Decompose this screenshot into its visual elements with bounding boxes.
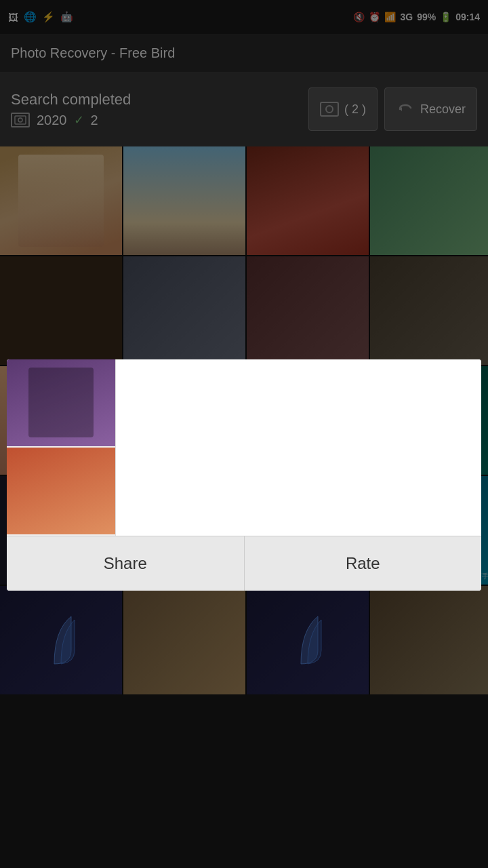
modal-thumb-1 — [7, 359, 115, 446]
modal-thumbnails — [7, 359, 115, 536]
modal-overlay[interactable]: Share Rate — [0, 0, 488, 868]
rate-button[interactable]: Rate — [245, 536, 482, 591]
modal-content — [7, 359, 481, 536]
modal-main-area — [115, 359, 481, 536]
share-button[interactable]: Share — [7, 536, 245, 591]
share-rate-modal: Share Rate — [7, 359, 481, 591]
modal-thumb-2 — [7, 448, 115, 534]
modal-buttons: Share Rate — [7, 536, 481, 591]
